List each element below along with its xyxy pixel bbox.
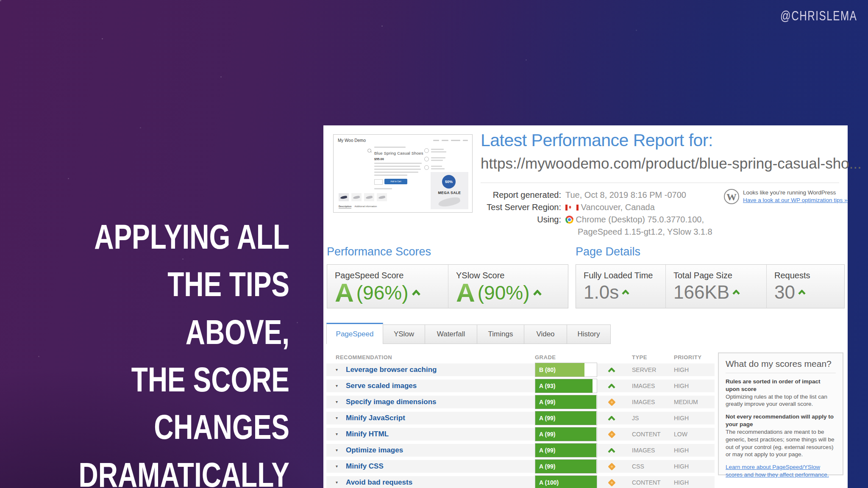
expand-caret-icon[interactable]: ▾ (336, 363, 338, 376)
slide-title: APPLYING ALL THE TIPS ABOVE, THE SCORE C… (64, 213, 289, 488)
wordpress-icon: W (724, 189, 739, 204)
priority-diamond-icon (608, 430, 615, 438)
type-value: IMAGES (632, 380, 655, 392)
grade-value: A (99) (539, 411, 555, 425)
type-value: JS (632, 412, 639, 424)
type-value: CSS (632, 460, 644, 473)
info-p2: The recommendations are meant to be gene… (726, 428, 836, 458)
table-header-row: RECOMMENDATION GRADE TYPE PRIORITY (326, 352, 715, 363)
recommendation-label[interactable]: Optimize images (346, 444, 403, 457)
type-value: IMAGES (632, 444, 655, 457)
slide-title-line: CHANGES (64, 403, 289, 451)
table-row[interactable]: ▾Avoid bad requestsA (100)CONTENTHIGH (326, 476, 715, 488)
type-value: SERVER (632, 363, 656, 376)
tab-pagespeed[interactable]: PageSpeed (326, 323, 383, 344)
chrome-icon (565, 216, 573, 224)
trend-up-icon (533, 290, 542, 296)
expand-caret-icon[interactable]: ▾ (336, 460, 338, 473)
thumb-site-name: My Woo Demo (338, 138, 366, 143)
grade-value: A (99) (539, 427, 555, 441)
slide: @CHRISLEMA APPLYING ALL THE TIPS ABOVE, … (0, 0, 868, 488)
info-p1: Optimizing rules at the top of the list … (726, 393, 836, 408)
pagespeed-score-cell: PageSpeed Score A (96%) (327, 265, 448, 308)
table-row[interactable]: ▾Serve scaled imagesA (93)IMAGESHIGH (326, 380, 715, 392)
recommendations-table: RECOMMENDATION GRADE TYPE PRIORITY ▾Leve… (326, 352, 715, 488)
type-value: CONTENT (632, 476, 661, 488)
recommendations-rows: ▾Leverage browser cachingB (80)SERVERHIG… (326, 363, 715, 488)
grade-value: A (99) (539, 460, 555, 473)
fully-loaded-time-cell: Fully Loaded Time 1.0s (576, 265, 665, 308)
divider (481, 183, 839, 183)
trend-up-icon (798, 290, 806, 295)
thumb-quantity (374, 179, 383, 185)
expand-caret-icon[interactable]: ▾ (336, 380, 338, 392)
thumb-price: $55.00 (374, 157, 384, 161)
wp-optimization-tips-link[interactable]: Have a look at our WP optimization tips … (743, 197, 848, 203)
tab-video[interactable]: Video (524, 324, 567, 344)
trend-up-icon (608, 448, 615, 453)
grade-bar: B (80) (535, 363, 597, 377)
slide-title-line: APPLYING ALL (64, 213, 289, 261)
recommendation-label[interactable]: Serve scaled images (346, 380, 417, 392)
thumb-tab-description: Description (339, 205, 351, 208)
thumb-add-to-cart-button: Add to Cart (384, 179, 407, 184)
thumb-breadcrumb (374, 147, 406, 148)
total-page-size-value: 166KB (673, 281, 729, 303)
table-row[interactable]: ▾Specify image dimensionsA (99)IMAGESMED… (326, 396, 715, 408)
wordpress-note: W Looks like you're running WordPress Ha… (724, 189, 848, 204)
header-type: TYPE (632, 354, 647, 360)
expand-caret-icon[interactable]: ▾ (336, 444, 338, 457)
grade-bar: A (99) (535, 395, 597, 409)
priority-value: HIGH (674, 460, 689, 473)
recommendation-label[interactable]: Minify CSS (346, 460, 384, 473)
priority-value: HIGH (674, 363, 689, 376)
thumb-gallery-item (377, 193, 387, 201)
recommendation-label[interactable]: Leverage browser caching (346, 363, 437, 376)
tab-yslow[interactable]: YSlow (383, 324, 425, 344)
test-server-region-label: Test Server Region: (481, 201, 561, 214)
thumb-gallery-item (339, 193, 349, 201)
priority-value: HIGH (674, 476, 689, 488)
slide-title-line: DRAMATICALLY (64, 451, 289, 488)
table-row[interactable]: ▾Leverage browser cachingB (80)SERVERHIG… (326, 363, 715, 376)
thumb-product-title: Blue Spring Casual Shoes (374, 151, 423, 155)
using-value: Chrome (Desktop) 75.0.3770.100, PageSpee… (565, 214, 712, 238)
table-row[interactable]: ▾Optimize imagesA (99)IMAGESHIGH (326, 444, 715, 457)
thumb-sale-percent: 50% (442, 175, 456, 189)
expand-caret-icon[interactable]: ▾ (336, 428, 338, 441)
expand-caret-icon[interactable]: ▾ (336, 396, 338, 408)
pagespeed-grade: A (335, 280, 354, 306)
tab-timings[interactable]: Timings (477, 324, 524, 344)
expand-caret-icon[interactable]: ▾ (336, 412, 338, 424)
thumb-sale-title: MEGA SALE (431, 191, 468, 195)
requests-value: 30 (774, 281, 795, 303)
page-details-heading: Page Details (576, 245, 640, 258)
recommendation-label[interactable]: Specify image dimensions (346, 396, 437, 408)
recommendation-label[interactable]: Minify HTML (346, 428, 389, 441)
tab-waterfall[interactable]: Waterfall (425, 324, 477, 344)
expand-caret-icon[interactable]: ▾ (336, 476, 338, 488)
test-server-region-value: Vancouver, Canada (565, 201, 655, 214)
thumb-tab-additional: Additional information (355, 205, 377, 208)
scores-info-box: What do my scores mean? Rules are sorted… (718, 352, 843, 475)
priority-value: HIGH (674, 412, 689, 424)
performance-scores-heading: Performance Scores (327, 245, 431, 258)
learn-more-link[interactable]: Learn more about PageSpeed/YSlow scores … (726, 463, 836, 479)
thumb-gallery-item (351, 193, 362, 201)
recommendation-label[interactable]: Minify JavaScript (346, 412, 405, 424)
trend-up-icon (608, 416, 615, 421)
tab-history[interactable]: History (567, 324, 611, 344)
grade-value: B (80) (539, 363, 556, 377)
report-url: https://mywoodemo.com/product/blue-sprin… (481, 155, 862, 172)
table-row[interactable]: ▾Minify JavaScriptA (99)JSHIGH (326, 412, 715, 424)
table-row[interactable]: ▾Minify HTMLA (99)CONTENTLOW (326, 428, 715, 441)
recommendation-label[interactable]: Avoid bad requests (346, 476, 412, 488)
canada-flag-icon (565, 205, 579, 211)
thumb-gallery-item (364, 193, 374, 201)
trend-up-icon (622, 290, 629, 295)
fully-loaded-time-value: 1.0s (584, 281, 619, 303)
priority-diamond-icon (608, 479, 615, 486)
type-value: CONTENT (632, 428, 661, 441)
grade-bar: A (99) (535, 427, 597, 441)
table-row[interactable]: ▾Minify CSSA (99)CSSHIGH (326, 460, 715, 473)
